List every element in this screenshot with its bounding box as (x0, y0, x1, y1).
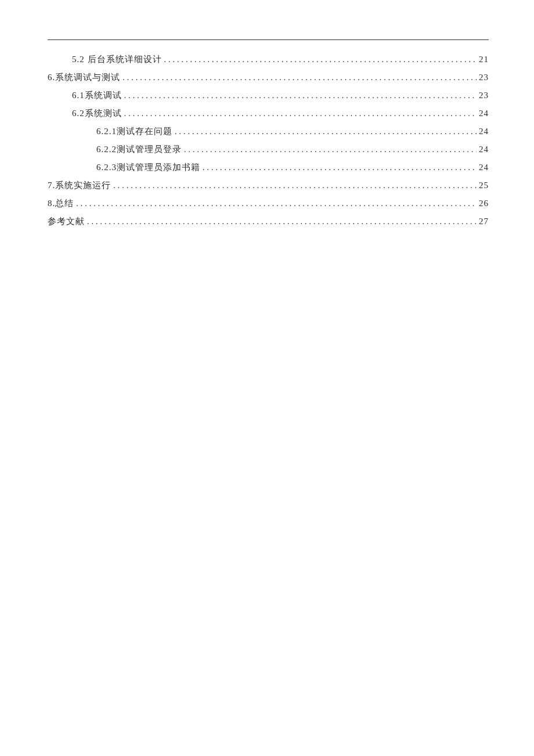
toc-leader-dots (164, 52, 477, 68)
toc-label: 6.2系统测试 (72, 105, 122, 122)
toc-leader-dots (87, 214, 477, 230)
toc-page-number: 24 (479, 123, 489, 140)
document-page: 5.2 后台系统详细设计 21 6.系统调试与测试 23 6.1系统调试 23 … (0, 0, 534, 265)
toc-label: 参考文献 (48, 213, 85, 230)
toc-entry: 参考文献 27 (48, 213, 489, 230)
toc-leader-dots (124, 106, 477, 122)
toc-label: 6.系统调试与测试 (48, 69, 120, 86)
toc-leader-dots (113, 178, 477, 194)
toc-page-number: 24 (479, 105, 489, 122)
toc-page-number: 24 (479, 141, 489, 158)
toc-leader-dots (122, 70, 477, 86)
toc-page-number: 23 (479, 69, 489, 86)
toc-page-number: 27 (479, 213, 489, 230)
toc-label: 5.2 后台系统详细设计 (72, 51, 162, 68)
toc-leader-dots (124, 88, 477, 104)
toc-entry: 7.系统实施运行 25 (48, 177, 489, 194)
toc-label: 6.1系统调试 (72, 87, 122, 104)
toc-label: 6.2.3测试管理员添加书籍 (96, 159, 200, 176)
toc-label: 6.2.2测试管理员登录 (96, 141, 182, 158)
toc-leader-dots (203, 160, 477, 176)
toc-label: 7.系统实施运行 (48, 177, 111, 194)
table-of-contents: 5.2 后台系统详细设计 21 6.系统调试与测试 23 6.1系统调试 23 … (48, 51, 489, 230)
toc-label: 6.2.1测试存在问题 (96, 123, 172, 140)
toc-page-number: 24 (479, 159, 489, 176)
toc-entry: 6.1系统调试 23 (48, 87, 489, 104)
toc-label: 8.总结 (48, 195, 74, 212)
toc-entry: 6.系统调试与测试 23 (48, 69, 489, 86)
toc-leader-dots (184, 142, 477, 158)
toc-page-number: 21 (479, 51, 489, 68)
toc-entry: 6.2.1测试存在问题 24 (48, 123, 489, 140)
toc-entry: 6.2系统测试 24 (48, 105, 489, 122)
toc-entry: 8.总结 26 (48, 195, 489, 212)
toc-entry: 6.2.3测试管理员添加书籍 24 (48, 159, 489, 176)
toc-page-number: 25 (479, 177, 489, 194)
toc-page-number: 23 (479, 87, 489, 104)
header-rule (48, 39, 489, 40)
toc-entry: 6.2.2测试管理员登录 24 (48, 141, 489, 158)
toc-entry: 5.2 后台系统详细设计 21 (48, 51, 489, 68)
toc-leader-dots (175, 124, 477, 140)
toc-page-number: 26 (479, 195, 489, 212)
toc-leader-dots (76, 196, 477, 212)
